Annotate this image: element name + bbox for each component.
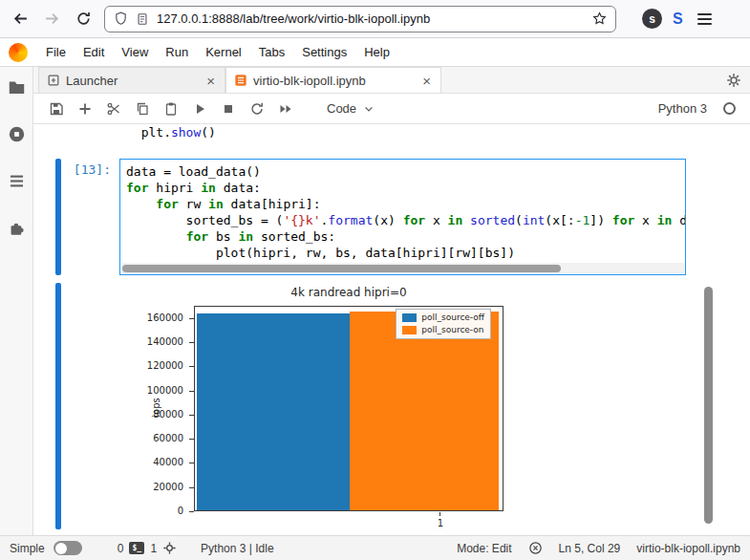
mode-indicator[interactable]: Mode: Edit [457, 542, 511, 555]
add-cell-button[interactable] [76, 100, 93, 117]
toggle-knob [55, 543, 67, 554]
terminal-icon: $_ [129, 542, 144, 554]
left-sidebar [0, 67, 33, 535]
legend-entry: poll_source-on [402, 325, 484, 334]
kernel-name-button[interactable]: Python 3 [658, 101, 707, 116]
y-tick-label: 0 [178, 506, 183, 517]
y-tick-label: 140000 [147, 336, 183, 348]
y-tick-label: 80000 [153, 409, 183, 420]
menu-item-help[interactable]: Help [355, 38, 398, 67]
menu-item-file[interactable]: File [37, 38, 75, 67]
jupyter-menubar: FileEditViewRunKernelTabsSettingsHelp [0, 38, 750, 67]
notification-bell-icon[interactable] [528, 541, 543, 555]
y-tick-label: 40000 [153, 457, 183, 468]
terminals-count: 0 [118, 542, 124, 555]
simple-mode-toggle[interactable] [54, 541, 82, 555]
y-axis-ticks: 0200004000060000800001000001200001400001… [91, 306, 189, 511]
legend-label: poll_source-on [421, 325, 483, 334]
simple-mode-label: Simple [10, 542, 45, 555]
browser-toolbar: 127.0.0.1:8888/lab/tree/work/virtio-blk-… [0, 0, 750, 38]
y-tick-label: 120000 [147, 360, 183, 372]
previous-cell-partial[interactable]: plt.show() [33, 124, 750, 143]
save-button[interactable] [48, 100, 64, 117]
reload-icon [75, 11, 92, 27]
extension-manager-icon[interactable] [8, 219, 26, 237]
kernels-count: 1 [150, 542, 157, 555]
cursor-position[interactable]: Ln 5, Col 29 [559, 542, 621, 555]
run-cell-button[interactable] [191, 100, 207, 117]
file-browser-icon[interactable] [8, 78, 26, 97]
y-tick-mark [189, 391, 194, 392]
cut-cells-button[interactable] [105, 100, 121, 117]
shield-icon[interactable] [114, 11, 128, 26]
tab-notebook[interactable]: virtio-blk-iopoll.ipynb × [225, 67, 441, 93]
vertical-scrollbar[interactable] [704, 287, 713, 524]
restart-run-all-button[interactable] [277, 100, 293, 117]
code-line[interactable]: plot(hipri, rw, bs, data[hipri][rw][bs]) [126, 245, 685, 261]
y-tick-mark [189, 318, 194, 319]
tab-label: Launcher [66, 74, 199, 88]
code-line[interactable]: for bs in sorted_bs: [126, 228, 685, 245]
restart-kernel-button[interactable] [248, 100, 265, 117]
y-tick-mark [189, 439, 194, 440]
kernel-status-text[interactable]: Python 3 | Idle [201, 542, 274, 555]
notebook-toolbar: Code Python 3 [33, 94, 750, 124]
code-line[interactable]: sorted_bs = ('{}k'.format(x) for x in so… [126, 212, 685, 228]
y-tick-label: 20000 [153, 482, 183, 493]
interrupt-kernel-button[interactable] [220, 100, 236, 117]
close-tab-icon[interactable]: × [420, 73, 433, 89]
running-sessions-button[interactable]: 0 $_ 1 [118, 541, 177, 555]
menu-item-run[interactable]: Run [157, 38, 197, 67]
close-tab-icon[interactable]: × [204, 73, 217, 89]
menu-item-tabs[interactable]: Tabs [250, 38, 293, 67]
reload-button[interactable] [73, 9, 94, 30]
statusbar-filename: virtio-blk-iopoll.ipynb [636, 542, 740, 555]
bar-poll_source-on [350, 312, 499, 510]
vertical-scrollbar-thumb[interactable] [704, 287, 713, 524]
menu-item-edit[interactable]: Edit [75, 38, 113, 67]
legend-label: poll_source-off [421, 312, 484, 322]
legend-swatch [402, 326, 417, 334]
code-line[interactable]: data = load_data() [126, 163, 685, 180]
forward-button[interactable] [41, 9, 62, 30]
menu-item-view[interactable]: View [113, 38, 157, 67]
kernel-status-icon[interactable] [723, 102, 736, 115]
back-icon [12, 11, 29, 27]
legend-entry: poll_source-off [402, 312, 484, 322]
table-of-contents-icon[interactable] [8, 172, 26, 190]
legend-swatch [402, 313, 417, 322]
paste-cells-button[interactable] [162, 100, 179, 117]
code-line[interactable]: for hipri in data: [126, 180, 685, 196]
gear-icon[interactable] [726, 73, 741, 88]
copy-cells-button[interactable] [134, 100, 150, 117]
menu-item-kernel[interactable]: Kernel [197, 38, 250, 67]
url-bar[interactable]: 127.0.0.1:8888/lab/tree/work/virtio-blk-… [104, 6, 616, 32]
y-tick-mark [189, 511, 194, 512]
tab-label: virtio-blk-iopoll.ipynb [253, 74, 415, 88]
horizontal-scrollbar-thumb[interactable] [122, 265, 561, 272]
x-tick-mark [439, 512, 440, 516]
y-tick-mark [189, 463, 194, 463]
menu-button[interactable] [697, 13, 712, 25]
forward-icon [44, 11, 60, 27]
cell-output: 4k randread hipri=0 iops 020000400006000… [33, 283, 750, 535]
extension-badge-dark[interactable]: s [642, 9, 662, 29]
extension-badge-blue[interactable]: S [673, 11, 683, 28]
horizontal-scrollbar[interactable] [121, 263, 684, 273]
y-tick-mark [189, 342, 194, 343]
x-tick-label: 1 [438, 518, 443, 528]
tab-launcher[interactable]: Launcher × [38, 67, 225, 93]
cell-editor[interactable]: data = load_data()for hipri in data: for… [119, 159, 686, 275]
plot-area: poll_source-offpoll_source-on [194, 306, 504, 511]
bookmark-star-icon[interactable] [592, 11, 607, 26]
back-button[interactable] [10, 9, 31, 30]
page-icon[interactable] [136, 12, 149, 26]
menu-item-settings[interactable]: Settings [293, 38, 355, 67]
chart-legend: poll_source-offpoll_source-on [396, 309, 491, 339]
y-tick-mark [189, 366, 194, 367]
code-line[interactable]: for rw in data[hipri]: [126, 196, 685, 212]
matplotlib-figure: 4k randread hipri=0 iops 020000400006000… [33, 283, 750, 535]
launcher-icon [47, 74, 60, 87]
cell-type-dropdown[interactable]: Code [327, 101, 375, 116]
running-kernels-icon[interactable] [8, 125, 26, 143]
